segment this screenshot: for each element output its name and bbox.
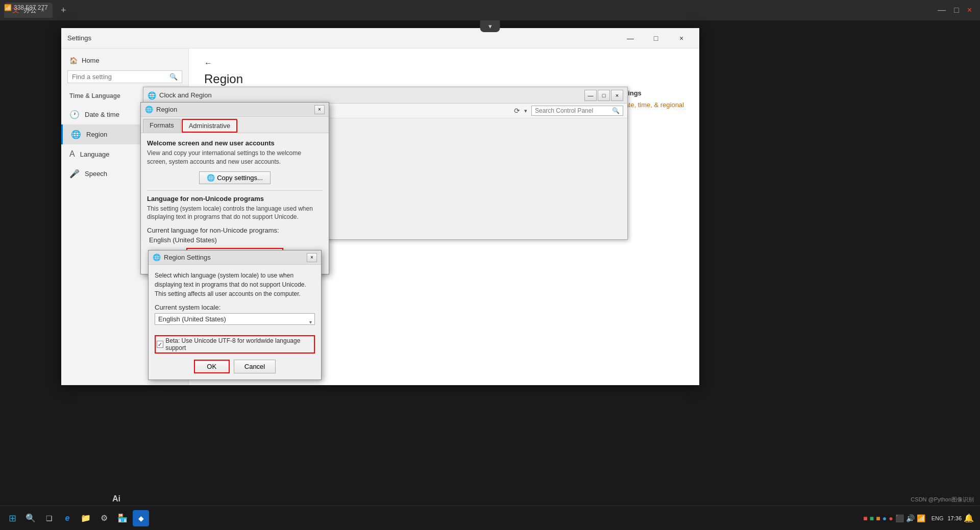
notification-btn[interactable]: 🔔 bbox=[964, 513, 974, 523]
tray-icons: ■ ■ ■ ● ● ⬛ 🔊 📶 bbox=[861, 514, 927, 522]
start-btn[interactable]: ⊞ bbox=[4, 510, 20, 526]
settings-titlebar: Settings — □ × bbox=[61, 28, 699, 48]
rs-titlebar: 🌐 Region Settings × bbox=[149, 250, 321, 265]
signal-icon: 📶 bbox=[4, 4, 12, 11]
settings-search-box[interactable]: 🔍 bbox=[67, 70, 182, 83]
rs-body: Select which language (system locale) to… bbox=[149, 265, 321, 380]
region-tab-formats[interactable]: Formats bbox=[143, 119, 181, 133]
settings-minimize-btn[interactable]: — bbox=[619, 30, 642, 46]
region-icon: 🌐 bbox=[71, 130, 81, 139]
tray-icon-6: ⬛ bbox=[895, 514, 904, 522]
store-btn[interactable]: 🏪 bbox=[114, 510, 131, 526]
language-section-title: Language for non-Unicode programs bbox=[147, 195, 323, 203]
region-dialog-close-btn[interactable]: × bbox=[314, 105, 325, 114]
region-dialog-title: Region bbox=[156, 106, 311, 113]
cp-title-text: Clock and Region bbox=[159, 91, 581, 99]
copy-settings-btn[interactable]: 🌐 Copy settings... bbox=[199, 171, 271, 184]
copy-settings-icon: 🌐 bbox=[207, 174, 215, 182]
rs-cancel-btn[interactable]: Cancel bbox=[234, 360, 276, 373]
taskbar-lang: ENG bbox=[932, 515, 944, 521]
tray-icon-1: ■ bbox=[863, 514, 867, 522]
watermark: CSDN @Python图像识别 bbox=[904, 494, 980, 506]
tray-icon-3: ■ bbox=[876, 514, 880, 522]
browser-controls: — □ × bbox=[938, 6, 976, 15]
region-dialog-icon: 🌐 bbox=[145, 106, 153, 113]
copy-settings-label: Copy settings... bbox=[217, 174, 263, 182]
current-language-label: Current language for non-Unicode program… bbox=[147, 226, 323, 234]
current-language-value: English (United States) bbox=[149, 236, 323, 244]
cp-search-input[interactable] bbox=[535, 107, 612, 114]
region-label: Region bbox=[86, 131, 107, 138]
folder-btn[interactable]: 📁 bbox=[78, 510, 94, 526]
rs-checkbox-label: Beta: Use Unicode UTF-8 for worldwide la… bbox=[165, 337, 313, 351]
taskbar-left: ⊞ 🔍 ❑ e 📁 ⚙ 🏪 ◆ bbox=[0, 510, 153, 526]
settings-title: Settings bbox=[67, 34, 91, 42]
rs-description: Select which language (system locale) to… bbox=[155, 271, 315, 298]
region-settings-dialog: 🌐 Region Settings × Select which languag… bbox=[148, 250, 322, 380]
rs-select-wrapper: English (United States) ▾ bbox=[155, 313, 315, 330]
cp-refresh-icon[interactable]: ⟳ bbox=[514, 107, 520, 115]
region-tab-administrative[interactable]: Administrative bbox=[182, 119, 238, 133]
rs-locale-label: Current system locale: bbox=[155, 304, 315, 311]
dropdown-bar[interactable]: ▾ bbox=[480, 20, 500, 32]
cp-minimize-btn[interactable]: — bbox=[584, 90, 597, 101]
rs-title-icon: 🌐 bbox=[153, 254, 161, 261]
rs-ok-btn[interactable]: OK bbox=[194, 360, 230, 373]
settings-btn[interactable]: ⚙ bbox=[96, 510, 112, 526]
settings-back-btn[interactable]: ← bbox=[204, 59, 212, 68]
ie-btn[interactable]: e bbox=[59, 510, 76, 526]
welcome-section-title: Welcome screen and new user accounts bbox=[147, 139, 323, 147]
close-btn[interactable]: × bbox=[967, 6, 972, 15]
region-dialog: 🌐 Region × Formats Administrative Welcom… bbox=[140, 102, 329, 274]
dialog-divider-1 bbox=[147, 190, 323, 191]
settings-home-link[interactable]: 🏠 Home bbox=[61, 53, 188, 66]
rs-checkbox-wrapper: Beta: Use Unicode UTF-8 for worldwide la… bbox=[155, 335, 315, 354]
speech-icon: 🎤 bbox=[69, 169, 80, 179]
settings-search-input[interactable] bbox=[72, 73, 166, 81]
tray-icon-5: ● bbox=[889, 514, 893, 522]
cp-search-icon: 🔍 bbox=[612, 107, 620, 114]
tray-icon-8: 📶 bbox=[917, 514, 925, 522]
rs-utf8-checkbox[interactable] bbox=[157, 341, 163, 348]
welcome-section-desc: View and copy your international setting… bbox=[147, 149, 323, 166]
tray-icon-2: ■ bbox=[870, 514, 874, 522]
search-btn[interactable]: 🔍 bbox=[22, 510, 39, 526]
time-display: 17:36 bbox=[947, 515, 962, 521]
language-icon: A bbox=[69, 149, 75, 159]
rs-btn-row: OK Cancel bbox=[155, 360, 315, 373]
back-icon: ← bbox=[204, 59, 212, 68]
cp-titlebar: 🌐 Clock and Region — □ × bbox=[143, 87, 627, 104]
new-tab-btn[interactable]: + bbox=[57, 5, 70, 16]
copy-settings-btn-row: 🌐 Copy settings... bbox=[147, 171, 323, 184]
blue-app-btn[interactable]: ◆ bbox=[133, 510, 149, 526]
date-time-label: Date & time bbox=[85, 111, 119, 118]
settings-search-icon: 🔍 bbox=[169, 73, 178, 81]
settings-maximize-btn[interactable]: □ bbox=[644, 30, 668, 46]
cp-title-icon: 🌐 bbox=[148, 91, 156, 99]
speech-label: Speech bbox=[85, 170, 107, 178]
maximize-btn[interactable]: □ bbox=[954, 6, 959, 15]
dropdown-icon: ▾ bbox=[488, 22, 492, 30]
rs-close-btn[interactable]: × bbox=[307, 253, 317, 262]
section-text: Time & Language bbox=[69, 92, 120, 99]
cp-close-btn[interactable]: × bbox=[611, 90, 623, 101]
settings-close-btn[interactable]: × bbox=[670, 30, 693, 46]
cp-dropdown-icon[interactable]: ▾ bbox=[524, 108, 527, 114]
minimize-btn[interactable]: — bbox=[938, 6, 946, 15]
taskbar-time: 17:36 bbox=[947, 515, 962, 521]
task-view-btn[interactable]: ❑ bbox=[41, 510, 57, 526]
browser-titlebar: 文 办公 × + — □ × bbox=[0, 0, 980, 20]
page-title: Region bbox=[204, 72, 684, 86]
tray-icon-4: ● bbox=[883, 514, 887, 522]
tray-icon-7: 🔊 bbox=[906, 514, 915, 522]
language-section-desc: This setting (system locale) controls th… bbox=[147, 205, 323, 222]
settings-titlebar-controls: — □ × bbox=[619, 30, 693, 46]
cp-search-box[interactable]: 🔍 bbox=[531, 106, 623, 116]
region-dialog-tabs: Formats Administrative bbox=[141, 117, 329, 133]
language-label: Language bbox=[80, 150, 110, 158]
taskbar-right: ■ ■ ■ ● ● ⬛ 🔊 📶 ENG 17:36 🔔 bbox=[855, 513, 980, 523]
cp-maximize-btn[interactable]: □ bbox=[598, 90, 610, 101]
taskbar: ⊞ 🔍 ❑ e 📁 ⚙ 🏪 ◆ ■ ■ ■ ● ● ⬛ bbox=[0, 506, 980, 530]
cp-titlebar-controls: — □ × bbox=[584, 90, 623, 101]
rs-locale-select[interactable]: English (United States) bbox=[155, 313, 315, 325]
